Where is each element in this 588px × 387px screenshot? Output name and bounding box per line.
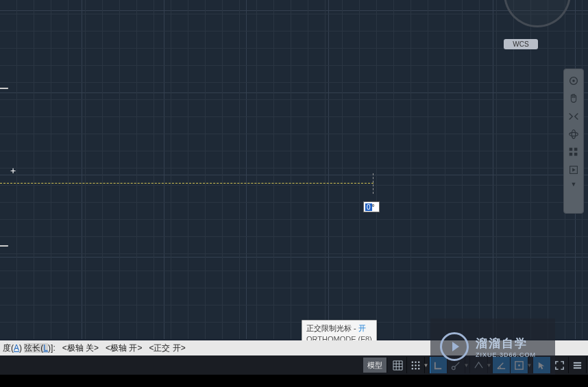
hand-icon: [567, 92, 580, 105]
svg-point-11: [418, 361, 419, 362]
svg-point-17: [418, 367, 419, 369]
play-button[interactable]: [564, 161, 583, 179]
svg-point-10: [415, 361, 416, 362]
angle-value: 0: [365, 203, 372, 211]
svg-point-9: [412, 361, 413, 362]
cmd-text: 度(: [3, 343, 14, 353]
taskbar-strip: [0, 375, 588, 387]
view-compass[interactable]: 南: [504, 0, 572, 31]
customize-button[interactable]: [569, 357, 587, 373]
svg-point-15: [412, 367, 413, 369]
tooltip-state: 开: [358, 324, 366, 332]
tooltip-title: 正交限制光标 -: [306, 324, 358, 332]
cmd-text: )]: <极轴 关> <极轴 开> <正交 开>: [48, 343, 186, 353]
orbit-icon: [567, 128, 580, 140]
compass-ring: [504, 0, 571, 27]
chevron-down-icon: ▼: [571, 181, 577, 188]
svg-point-3: [572, 130, 575, 139]
grid-toggle[interactable]: [389, 357, 407, 373]
snap-toggle[interactable]: [407, 357, 425, 373]
snap-dots-icon: [411, 360, 421, 371]
more-nav-button[interactable]: ▼: [564, 179, 583, 190]
svg-rect-6: [569, 153, 573, 156]
model-tab[interactable]: 模型: [363, 358, 387, 373]
fullscreen-icon: [554, 360, 565, 371]
svg-rect-5: [574, 148, 578, 151]
svg-point-2: [569, 132, 578, 136]
tick-mark: [0, 88, 8, 90]
svg-point-13: [415, 364, 416, 366]
cmd-opt-angle[interactable]: A: [14, 343, 19, 353]
svg-rect-23: [574, 367, 581, 369]
grid-icon: [393, 360, 403, 371]
angle-suffix: °: [372, 203, 375, 211]
watermark-title: 溜溜自学: [476, 336, 536, 351]
watermark-play-icon: [440, 332, 469, 361]
svg-rect-22: [574, 364, 581, 366]
orbit-button[interactable]: [564, 125, 583, 143]
svg-point-14: [418, 364, 419, 366]
viewcube-button[interactable]: [564, 143, 583, 161]
grid-small-icon: [567, 146, 580, 158]
svg-rect-21: [574, 362, 581, 363]
zoom-button[interactable]: [564, 108, 583, 125]
watermark: 溜溜自学 ZIXUE.3D66.COM: [430, 319, 555, 375]
zoom-icon: [567, 110, 580, 123]
tick-mark: [0, 245, 8, 248]
wcs-label: WCS: [513, 40, 528, 48]
angle-input[interactable]: 0 °: [363, 201, 380, 212]
cmd-opt-chord[interactable]: 弦长(: [24, 343, 43, 353]
model-tab-label: 模型: [367, 360, 382, 371]
zoom-full-button[interactable]: [564, 72, 583, 90]
watermark-url: ZIXUE.3D66.COM: [476, 351, 536, 358]
cursor-tracking-line: [373, 173, 373, 194]
wcs-badge[interactable]: WCS: [504, 39, 538, 49]
svg-point-16: [415, 367, 416, 369]
svg-point-1: [572, 79, 575, 82]
menu-icon: [572, 360, 583, 371]
pan-button[interactable]: [564, 90, 583, 108]
construction-line: [0, 183, 373, 184]
svg-rect-4: [569, 148, 573, 151]
navigation-bar: ▼: [563, 68, 584, 214]
crosshair-marker: +: [10, 168, 16, 175]
drawing-canvas[interactable]: + 0 ° 南 WCS ▼: [0, 0, 588, 339]
svg-point-12: [412, 364, 413, 366]
svg-rect-7: [574, 153, 578, 156]
play-icon: [567, 164, 580, 176]
home-icon: [567, 75, 580, 87]
snap-dropdown[interactable]: ▼: [425, 357, 430, 373]
